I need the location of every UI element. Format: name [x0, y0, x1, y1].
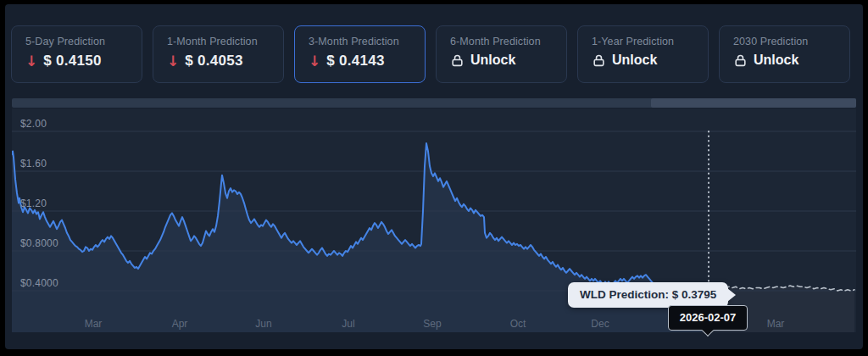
- lock-icon: [450, 53, 465, 68]
- y-axis-tick: $0.4000: [20, 277, 58, 289]
- prediction-tooltip: WLD Prediction: $ 0.3795: [568, 282, 728, 308]
- x-axis-tick: Dec: [591, 318, 609, 330]
- trend-down-icon: ↓: [309, 54, 320, 69]
- y-axis-tick: $1.20: [20, 197, 47, 209]
- chart-scrollbar[interactable]: [12, 98, 856, 108]
- unlock-button[interactable]: Unlock: [470, 53, 515, 68]
- card-value: $ 0.4150: [43, 53, 102, 70]
- card-2030-prediction[interactable]: 2030 Prediction Unlock: [719, 25, 850, 83]
- card-label: 3-Month Prediction: [309, 36, 425, 47]
- x-axis-tick: Mar: [767, 318, 785, 330]
- x-axis-tick: Apr: [172, 318, 188, 330]
- prediction-cards-row: 5-Day Prediction ↓ $ 0.4150 1-Month Pred…: [11, 25, 850, 83]
- card-value: $ 0.4143: [326, 53, 385, 70]
- trend-down-icon: ↓: [25, 54, 37, 69]
- prediction-widget: 5-Day Prediction ↓ $ 0.4150 1-Month Pred…: [5, 4, 863, 349]
- x-axis-tick: Sep: [423, 318, 441, 330]
- trend-down-icon: ↓: [167, 54, 179, 69]
- card-3-month-prediction[interactable]: 3-Month Prediction ↓ $ 0.4143: [294, 25, 426, 83]
- prediction-widget-page: 5-Day Prediction ↓ $ 0.4150 1-Month Pred…: [0, 0, 868, 356]
- chart-scrollbar-thumb[interactable]: [651, 98, 856, 108]
- unlock-button[interactable]: Unlock: [612, 53, 657, 68]
- card-1-month-prediction[interactable]: 1-Month Prediction ↓ $ 0.4053: [153, 25, 284, 83]
- y-axis-tick: $2.00: [20, 118, 47, 130]
- x-axis-tick: Jul: [342, 318, 354, 330]
- x-axis-tick: Mar: [85, 318, 103, 330]
- card-label: 6-Month Prediction: [450, 36, 566, 47]
- date-tooltip: 2026-02-07: [668, 305, 748, 331]
- card-1-year-prediction[interactable]: 1-Year Prediction Unlock: [577, 25, 709, 83]
- x-axis-tick: Jun: [255, 318, 271, 330]
- card-value: $ 0.4053: [185, 53, 243, 70]
- unlock-button[interactable]: Unlock: [754, 53, 798, 68]
- card-label: 2030 Prediction: [733, 36, 849, 47]
- lock-icon: [733, 53, 748, 68]
- card-label: 5-Day Prediction: [25, 36, 142, 47]
- lock-icon: [592, 53, 606, 68]
- y-axis-tick: $0.8000: [20, 237, 58, 249]
- card-label: 1-Month Prediction: [167, 36, 283, 47]
- y-axis-tick: $1.60: [20, 158, 47, 170]
- card-label: 1-Year Prediction: [592, 36, 708, 47]
- card-6-month-prediction[interactable]: 6-Month Prediction Unlock: [436, 25, 567, 83]
- card-5-day-prediction[interactable]: 5-Day Prediction ↓ $ 0.4150: [11, 25, 142, 83]
- x-axis-tick: Oct: [510, 318, 526, 330]
